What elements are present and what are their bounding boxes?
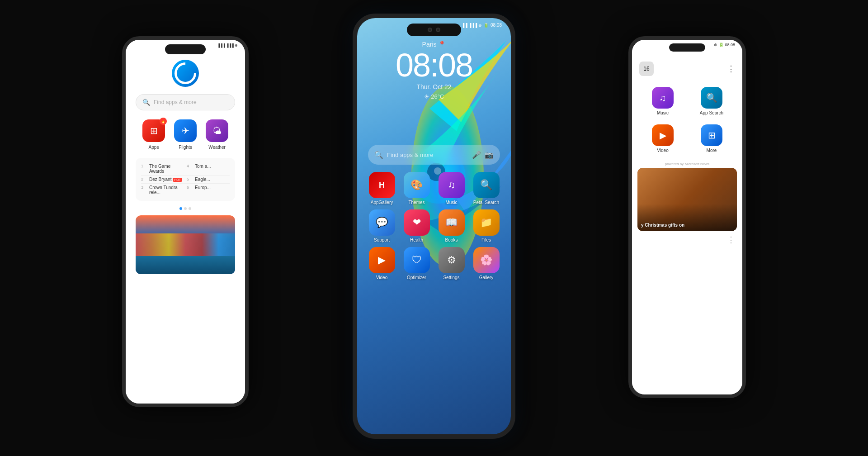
mic-icon[interactable]: 🎤 (472, 151, 481, 159)
app-support[interactable]: 💬 Support (367, 209, 397, 242)
news-text-2: Dez Bryant HOT (149, 177, 184, 182)
right-phone-content: 16 ⋮ ♫ Music 🔍 App Search (632, 40, 742, 394)
center-search-placeholder: Find apps & more (387, 152, 468, 158)
front-camera-left (428, 28, 432, 32)
news-item-2: 2 Dez Bryant HOT 5 Eagle... (141, 176, 230, 184)
right-header: 16 ⋮ (632, 58, 742, 80)
gallery-icon: 🌸 (473, 247, 500, 273)
right-app-more[interactable]: ⊞ More (688, 121, 735, 157)
petal-search-logo (172, 60, 199, 87)
right-news-caption: y Christmas gifts on (641, 223, 684, 228)
left-apps-row: ⊞ 🔥 Apps ✈ Flights 🌤 We (142, 119, 228, 150)
status-time: 08:08 (491, 23, 502, 28)
left-city-photo (136, 215, 235, 274)
appgallery-label: AppGallery (371, 200, 393, 205)
center-apps-grid: H AppGallery 🎨 Themes ♫ Music (357, 172, 511, 285)
right-search-label: App Search (700, 110, 723, 115)
left-app-flights[interactable]: ✈ Flights (174, 119, 197, 150)
apps-row-3: ▶ Video 🛡 Optimizer ⚙ Settings (364, 247, 504, 280)
optimizer-label: Optimizer (407, 275, 426, 280)
battery-icon: 🔋 (484, 23, 489, 28)
left-status-bar: ▐▐▐ ▐▐▐ ⊕ (126, 43, 245, 48)
weather-label: Weather (208, 145, 226, 150)
right-notch (669, 43, 705, 52)
video-icon: ▶ (369, 247, 395, 273)
left-signal-icons: ▐▐▐ ▐▐▐ ⊕ (217, 43, 238, 48)
right-more-icon: ⊞ (701, 124, 722, 146)
left-news-list: 1 The Game Awards 4 Tom a... 2 Dez Bryan… (136, 158, 235, 201)
petal-search-icon: 🔍 (473, 172, 500, 198)
news-item-1: 1 The Game Awards 4 Tom a... (141, 162, 230, 176)
left-search-placeholder: Find apps & more (154, 99, 197, 105)
right-app-music[interactable]: ♫ Music (639, 83, 686, 119)
app-books[interactable]: 📖 Books (436, 209, 467, 242)
app-health[interactable]: ❤ Health (401, 209, 432, 242)
center-search-bar[interactable]: 🔍 Find apps & more 🎤 📷 (368, 145, 500, 165)
gallery-label: Gallery (479, 275, 494, 280)
app-petal-search[interactable]: 🔍 Petal Search (471, 172, 502, 205)
powered-by-label: powered by Microsoft News (632, 160, 742, 168)
apps-row-1: H AppGallery 🎨 Themes ♫ Music (364, 172, 504, 205)
music-icon: ♫ (439, 172, 465, 198)
right-status-icons: ⊕ 🔋 (714, 43, 725, 47)
center-clock: 08:08 (357, 49, 511, 81)
app-optimizer[interactable]: 🛡 Optimizer (401, 247, 432, 280)
right-app-video[interactable]: ▶ Video (639, 121, 686, 157)
right-header-actions: ⋮ (727, 64, 735, 74)
right-search-icon: 🔍 (701, 87, 722, 109)
calendar-icon: 16 (639, 62, 654, 76)
settings-icon: ⚙ (439, 247, 465, 273)
center-date: Thur. Oct 22 (357, 83, 511, 90)
flights-label: Flights (179, 145, 192, 150)
news-text-5: Eagle... (195, 177, 230, 182)
support-icon: 💬 (369, 209, 395, 236)
petal-search-label: Petal Search (473, 200, 499, 205)
right-video-label: Video (657, 148, 668, 153)
app-themes[interactable]: 🎨 Themes (401, 172, 432, 205)
app-music[interactable]: ♫ Music (436, 172, 467, 205)
settings-label: Settings (443, 275, 459, 280)
search-icon: 🔍 (374, 151, 383, 159)
right-app-search[interactable]: 🔍 App Search (688, 83, 735, 119)
search-icon: 🔍 (142, 99, 150, 106)
signal-icons: ▐▐ ▐▐▐ ⊕ (462, 23, 482, 28)
flights-icon: ✈ (182, 125, 189, 136)
left-search-bar[interactable]: 🔍 Find apps & more (136, 94, 235, 110)
phone-right: ⊕ 🔋 08:08 16 ⋮ ♫ Music (628, 36, 746, 398)
bottom-more-icon[interactable]: ⋮ (632, 231, 742, 248)
news-text-4: Tom a... (195, 164, 230, 174)
themes-icon: 🎨 (404, 172, 430, 198)
files-icon: 📁 (473, 209, 500, 236)
support-label: Support (374, 238, 390, 242)
right-more-label: More (707, 148, 717, 153)
front-camera-right (436, 28, 440, 32)
scene: ▐▐▐ ▐▐▐ ⊕ 🔍 Find apps & more ⊞ 🔥 Apps (0, 0, 868, 456)
more-options-icon[interactable]: ⋮ (727, 64, 735, 74)
right-video-icon: ▶ (652, 124, 674, 146)
center-weather: ☀ 26°C (357, 93, 511, 100)
center-lock-info: Paris 📍 08:08 Thur. Oct 22 ☀ 26°C (357, 41, 511, 100)
appgallery-icon: H (369, 172, 395, 198)
health-label: Health (410, 238, 423, 242)
app-video[interactable]: ▶ Video (367, 247, 397, 280)
left-app-apps[interactable]: ⊞ 🔥 Apps (142, 119, 165, 150)
apps-badge: 🔥 (160, 118, 167, 125)
health-icon: ❤ (404, 209, 430, 236)
video-label: Video (376, 275, 387, 280)
news-text-3: Crown Tundra rele... (149, 185, 184, 195)
apps-row-2: 💬 Support ❤ Health 📖 Books (364, 209, 504, 242)
news-item-3: 3 Crown Tundra rele... 6 Europ... (141, 184, 230, 196)
app-appgallery[interactable]: H AppGallery (367, 172, 397, 205)
app-settings[interactable]: ⚙ Settings (436, 247, 467, 280)
right-status-time: 08:08 (725, 43, 735, 47)
left-app-weather[interactable]: 🌤 Weather (206, 119, 228, 150)
app-files[interactable]: 📁 Files (471, 209, 502, 242)
books-icon: 📖 (439, 209, 465, 236)
themes-label: Themes (408, 200, 425, 205)
phone-left: ▐▐▐ ▐▐▐ ⊕ 🔍 Find apps & more ⊞ 🔥 Apps (122, 36, 249, 407)
books-label: Books (445, 238, 458, 242)
app-gallery[interactable]: 🌸 Gallery (471, 247, 502, 280)
apps-icon: ⊞ (150, 125, 158, 136)
right-music-label: Music (657, 110, 669, 115)
camera-search-icon[interactable]: 📷 (485, 151, 494, 159)
